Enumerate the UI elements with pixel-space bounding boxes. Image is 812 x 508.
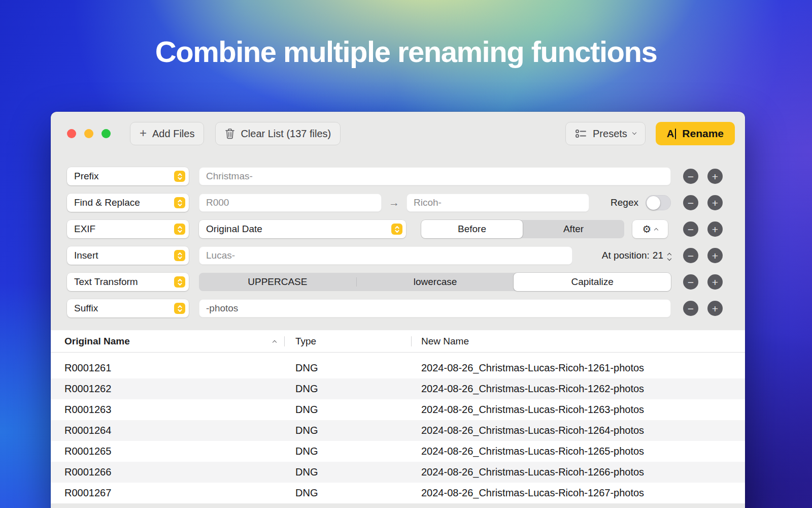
regex-group: Regex [611, 195, 671, 210]
segment-lowercase[interactable]: lowercase [357, 273, 514, 291]
cell-original-name: R0001263 [64, 404, 284, 416]
add-rule-button[interactable]: + [707, 195, 723, 210]
rule-type-label: Suffix [74, 303, 98, 314]
before-after-segmented-control: Before After [421, 220, 624, 238]
regex-toggle[interactable] [646, 195, 671, 210]
position-group: At position: 21 [602, 250, 671, 261]
remove-rule-button[interactable]: − [683, 301, 698, 316]
rule-type-dropdown[interactable]: Text Transform [67, 273, 189, 291]
segment-after[interactable]: After [523, 220, 624, 238]
rule-type-label: EXIF [74, 224, 95, 235]
file-table: Original Name Type New Name R0001261 DNG… [51, 330, 745, 503]
table-row[interactable]: R0001266 DNG 2024-08-26_Christmas-Lucas-… [51, 462, 745, 483]
suffix-value-field[interactable]: -photos [199, 299, 671, 318]
up-down-chevrons-icon [391, 224, 402, 235]
up-down-chevrons-icon [174, 224, 185, 235]
table-row[interactable]: R0001263 DNG 2024-08-26_Christmas-Lucas-… [51, 399, 745, 420]
remove-rule-button[interactable]: − [683, 248, 698, 263]
table-row[interactable]: R0001267 DNG 2024-08-26_Christmas-Lucas-… [51, 483, 745, 503]
remove-rule-button[interactable]: − [683, 221, 698, 237]
find-field[interactable]: R000 [199, 194, 382, 212]
position-value: 21 [653, 250, 663, 261]
rule-type-dropdown[interactable]: EXIF [67, 220, 189, 238]
cell-type: DNG [284, 362, 411, 374]
cell-new-name: 2024-08-26_Christmas-Lucas-Ricoh-1261-ph… [411, 362, 745, 374]
cell-type: DNG [284, 487, 411, 499]
cell-new-name: 2024-08-26_Christmas-Lucas-Ricoh-1267-ph… [411, 487, 745, 499]
up-down-chevrons-icon [174, 250, 185, 261]
cell-type: DNG [284, 404, 411, 416]
exif-field-dropdown[interactable]: Original Date [199, 220, 406, 238]
exif-settings-button[interactable]: ⚙ [632, 220, 668, 238]
add-rule-button[interactable]: + [707, 301, 723, 316]
plus-icon: + [140, 127, 147, 139]
presets-button[interactable]: Presets [565, 122, 646, 145]
segment-uppercase[interactable]: UPPERCASE [199, 273, 356, 291]
exif-field-label: Original Date [206, 224, 262, 235]
cell-original-name: R0001265 [64, 446, 284, 457]
cell-new-name: 2024-08-26_Christmas-Lucas-Ricoh-1263-ph… [411, 404, 745, 416]
trash-icon [225, 128, 235, 139]
up-down-chevrons-icon [174, 303, 185, 314]
replace-field[interactable]: Ricoh- [407, 194, 589, 212]
remove-rule-button[interactable]: − [683, 169, 698, 184]
rule-row-text-transform: Text Transform UPPERCASE lowercase Capit… [67, 273, 723, 291]
rule-type-label: Prefix [74, 171, 99, 182]
rule-row-exif: EXIF Original Date Before After ⚙ [67, 220, 723, 238]
rule-row-find-replace: Find & Replace R000 → Ricoh- Regex − + [67, 194, 723, 212]
table-row[interactable]: R0001262 DNG 2024-08-26_Christmas-Lucas-… [51, 378, 745, 399]
cell-original-name: R0001267 [64, 487, 284, 499]
rule-row-prefix: Prefix Christmas- − + [67, 167, 723, 185]
gear-icon: ⚙ [642, 224, 652, 234]
minimize-window-button[interactable] [84, 129, 93, 138]
segment-capitalize[interactable]: Capitalize [514, 273, 671, 291]
toggle-knob [647, 196, 660, 210]
zoom-window-button[interactable] [101, 129, 111, 138]
add-rule-button[interactable]: + [707, 221, 723, 237]
position-stepper[interactable] [668, 251, 671, 260]
rule-type-dropdown[interactable]: Prefix [67, 167, 189, 185]
presets-label: Presets [593, 128, 627, 140]
cell-original-name: R0001264 [64, 425, 284, 436]
insert-value-field[interactable]: Lucas- [199, 246, 572, 265]
remove-rule-button[interactable]: − [683, 195, 698, 210]
rename-icon-letter: A [667, 128, 674, 140]
close-window-button[interactable] [67, 129, 76, 138]
app-window: + Add Files Clear List (137 files) [51, 112, 745, 508]
add-rule-button[interactable]: + [707, 274, 723, 290]
column-header-new-name[interactable]: New Name [411, 336, 745, 347]
column-divider[interactable] [284, 336, 285, 346]
add-files-button[interactable]: + Add Files [130, 122, 204, 145]
rule-type-label: Text Transform [74, 276, 138, 288]
rename-button[interactable]: A Rename [656, 122, 735, 145]
rename-rules: Prefix Christmas- − + Find & Replace [51, 167, 745, 318]
cell-new-name: 2024-08-26_Christmas-Lucas-Ricoh-1265-ph… [411, 446, 745, 457]
table-row[interactable]: R0001265 DNG 2024-08-26_Christmas-Lucas-… [51, 441, 745, 462]
hero-title: Combine multiple renaming functions [0, 35, 812, 69]
cell-type: DNG [284, 383, 411, 395]
prefix-value-field[interactable]: Christmas- [199, 167, 671, 185]
up-down-chevrons-icon [174, 276, 185, 288]
clear-list-button[interactable]: Clear List (137 files) [215, 122, 341, 145]
add-rule-button[interactable]: + [707, 248, 723, 263]
rename-text-cursor-icon: A [667, 128, 676, 140]
table-row[interactable]: R0001264 DNG 2024-08-26_Christmas-Lucas-… [51, 420, 745, 441]
column-header-original-name[interactable]: Original Name [64, 336, 284, 347]
add-rule-button[interactable]: + [707, 169, 723, 184]
column-divider[interactable] [411, 336, 412, 346]
cell-new-name: 2024-08-26_Christmas-Lucas-Ricoh-1262-ph… [411, 383, 745, 395]
rule-type-dropdown[interactable]: Find & Replace [67, 194, 189, 212]
rule-type-dropdown[interactable]: Suffix [67, 299, 189, 318]
regex-label: Regex [611, 197, 638, 208]
table-body: R0001261 DNG 2024-08-26_Christmas-Lucas-… [51, 353, 745, 503]
rule-type-dropdown[interactable]: Insert [67, 246, 189, 265]
cell-original-name: R0001261 [64, 362, 284, 374]
table-row[interactable]: R0001261 DNG 2024-08-26_Christmas-Lucas-… [51, 358, 745, 378]
column-header-type[interactable]: Type [284, 336, 411, 347]
chevron-up-icon [654, 228, 658, 232]
segment-before[interactable]: Before [421, 220, 523, 238]
up-down-chevrons-icon [174, 171, 185, 182]
rule-type-label: Find & Replace [74, 197, 140, 208]
cell-new-name: 2024-08-26_Christmas-Lucas-Ricoh-1266-ph… [411, 466, 745, 478]
remove-rule-button[interactable]: − [683, 274, 698, 290]
